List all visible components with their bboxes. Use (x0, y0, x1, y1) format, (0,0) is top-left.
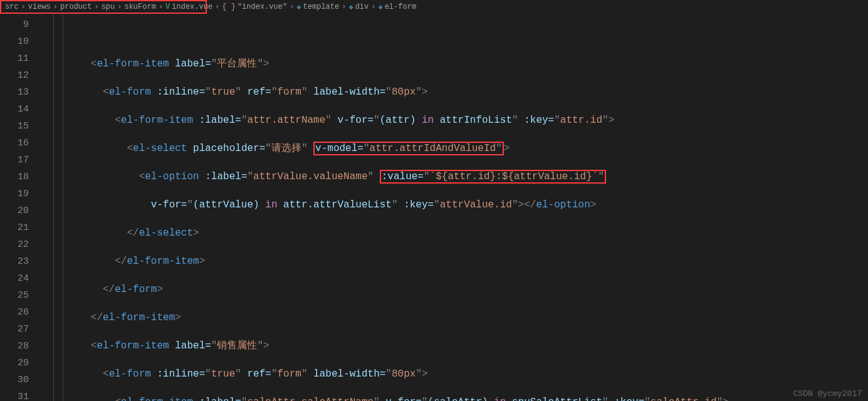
chevron-right-icon: › (159, 3, 163, 11)
crumb-template[interactable]: ❖template (296, 3, 339, 12)
chevron-right-icon: › (342, 3, 346, 11)
chevron-right-icon: › (371, 3, 375, 11)
highlight-box: :value="`${attr.id}:${attrValue.id}`" (380, 170, 606, 184)
crumb-src[interactable]: src (5, 3, 19, 11)
code-line[interactable] (43, 28, 868, 44)
highlight-box: v-model="attr.attrIdAndValueId" (313, 142, 504, 155)
vue-icon: V (165, 3, 170, 11)
watermark: CSDN @ycmy2017 (793, 389, 862, 398)
chevron-right-icon: › (94, 3, 98, 11)
crumb-views[interactable]: views (28, 3, 51, 11)
crumb-index-vue-node[interactable]: { }"index.vue" (222, 3, 287, 11)
code-line[interactable]: <el-form :inline="true" ref="form" label… (43, 366, 868, 383)
code-line[interactable]: <el-form :inline="true" ref="form" label… (43, 84, 868, 101)
code-line[interactable]: <el-form-item :label="saleAttr.saleAttrN… (43, 394, 868, 401)
crumb-spu[interactable]: spu (102, 3, 115, 11)
code-line[interactable]: </el-form-item> (43, 253, 868, 270)
code-line[interactable]: v-for="(attrValue) in attr.attrValueList… (43, 197, 868, 214)
crumb-el-form[interactable]: ❖el-form (378, 3, 416, 12)
code-line[interactable]: </el-form-item> (43, 310, 868, 326)
chevron-right-icon: › (117, 3, 122, 11)
crumb-div[interactable]: ❖div (348, 3, 369, 12)
crumb-skuform[interactable]: skuForm (124, 3, 155, 11)
crumb-index-vue[interactable]: Vindex.vue (165, 3, 212, 11)
code-line[interactable]: </el-form> (43, 281, 868, 298)
chevron-right-icon: › (53, 3, 58, 11)
code-line[interactable]: </el-select> (43, 225, 868, 242)
block-icon: ❖ (378, 3, 382, 12)
block-icon: ❖ (348, 3, 353, 12)
code-line[interactable]: <el-select placeholder="请选择" v-model="at… (43, 140, 868, 157)
chevron-right-icon: › (21, 3, 26, 11)
code-line[interactable]: <el-option :label="attrValue.valueName" … (43, 169, 868, 185)
code-line[interactable]: <el-form-item :label="attr.attrName" v-f… (43, 112, 868, 129)
chevron-right-icon: › (215, 3, 219, 11)
line-number-gutter: 9101112131415161718192021222324252627282… (0, 14, 43, 401)
chevron-right-icon: › (290, 3, 294, 11)
breadcrumb[interactable]: src› views› product› spu› skuForm› Vinde… (0, 0, 868, 14)
code-editor[interactable]: 9101112131415161718192021222324252627282… (0, 14, 868, 401)
crumb-product[interactable]: product (60, 3, 92, 11)
code-line[interactable]: <el-form-item label="销售属性"> (43, 338, 868, 355)
braces-icon: { } (222, 3, 236, 11)
code-area[interactable]: <el-form-item label="平台属性"> <el-form :in… (43, 14, 868, 401)
block-icon: ❖ (296, 3, 301, 12)
code-line[interactable]: <el-form-item label="平台属性"> (43, 56, 868, 73)
